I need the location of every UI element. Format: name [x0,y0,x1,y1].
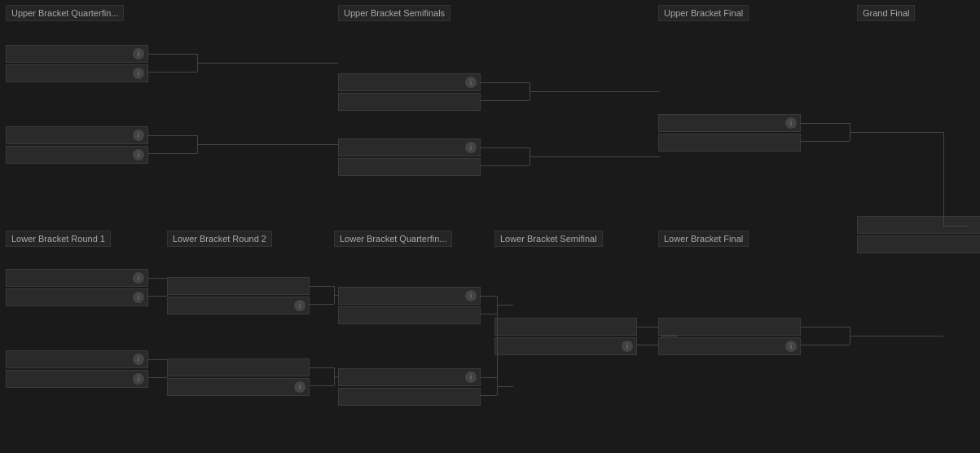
lsf-team1 [494,318,637,336]
info-icon[interactable]: i [133,130,144,141]
gf-team1: i [857,216,980,234]
lsf-team2: i [494,337,637,355]
line20 [850,132,943,133]
lr1-match2: i i [6,350,148,389]
line8 [197,144,338,145]
label-upper-quarterfinal: Upper Bracket Quarterfin... [6,5,124,21]
lr2-match2-team1 [167,358,310,376]
line56 [850,336,943,336]
info-icon[interactable]: i [294,300,305,311]
label-upper-semifinal: Upper Bracket Semifinals [338,5,450,21]
lqf-match1: i [338,287,481,326]
info-icon[interactable]: i [294,381,305,393]
line48 [497,386,513,387]
gf-match: i [857,216,980,255]
line4 [197,63,338,64]
line1 [148,54,197,55]
uq-match1-team1: i [6,45,148,63]
info-icon[interactable]: i [785,117,797,129]
info-icon[interactable]: i [465,142,477,153]
usf-match1-team2 [338,93,481,111]
line53 [801,327,850,328]
line23 [148,278,167,279]
line9 [481,82,530,83]
line42 [497,305,513,306]
uq-match1-team2: i [6,64,148,82]
lf-match: i [658,318,801,357]
lr2-match2: i [167,358,310,398]
line43 [481,377,497,378]
info-icon[interactable]: i [622,341,633,352]
usf-match2-team2 [338,158,481,176]
label-upper-final: Upper Bracket Final [658,5,749,21]
gf-team2 [857,235,980,253]
info-icon[interactable]: i [465,372,477,383]
info-icon[interactable]: i [133,48,144,59]
uf-match1-team2 [658,134,801,152]
info-icon[interactable]: i [465,290,477,301]
label-lower-final: Lower Bracket Final [658,231,749,247]
line47 [497,305,498,386]
line21 [943,132,944,226]
line5 [148,135,197,136]
lqf-match2: i [338,368,481,407]
label-lower-round1: Lower Bracket Round 1 [6,231,111,247]
uq-match2: i i [6,126,148,165]
lr2-match1-team1 [167,277,310,295]
line54 [801,345,850,345]
line13 [481,147,530,148]
lr1-match2-team1: i [6,350,148,368]
line27 [148,359,167,360]
line17 [801,123,850,124]
bracket-container: Upper Bracket Quarterfin... Upper Bracke… [0,0,980,453]
line40 [481,314,497,314]
lr2-match1-team2: i [167,297,310,314]
lqf-match1-team1: i [338,287,481,305]
usf-match1-team1: i [338,73,481,91]
line31 [310,286,334,287]
lsf-match: i [494,318,637,357]
info-icon[interactable]: i [133,68,144,79]
line35 [310,367,334,368]
line44 [481,395,497,396]
lr2-match1: i [167,277,310,316]
line2 [148,72,197,73]
info-icon[interactable]: i [133,373,144,385]
lr1-match2-team2: i [6,370,148,388]
line24 [148,296,167,297]
line36 [310,385,334,386]
lf-team2: i [658,337,801,355]
info-icon[interactable]: i [133,272,144,284]
lr1-match1-team1: i [6,269,148,287]
line32 [310,304,334,305]
line22 [943,226,968,226]
usf-match1: i [338,73,481,112]
lf-team1 [658,318,801,336]
uf-match1: i [658,114,801,153]
info-icon[interactable]: i [133,354,144,365]
lr2-match2-team2: i [167,378,310,396]
line6 [148,153,197,154]
info-icon[interactable]: i [133,292,144,303]
label-grand-final: Grand Final [857,5,915,21]
usf-match2-team1: i [338,139,481,156]
lqf-match1-team2 [338,306,481,324]
line16 [530,156,660,157]
line39 [481,296,497,297]
line28 [148,377,167,378]
label-lower-round2: Lower Bracket Round 2 [167,231,272,247]
lqf-match2-team1: i [338,368,481,386]
info-icon[interactable]: i [133,149,144,161]
lr1-match1: i i [6,269,148,308]
label-lower-semifinal: Lower Bracket Semifinal [494,231,603,247]
lr1-match1-team2: i [6,288,148,306]
uq-match1: i i [6,45,148,84]
info-icon[interactable]: i [785,341,797,352]
line10 [481,100,530,101]
usf-match2: i [338,139,481,178]
line18 [801,141,850,142]
uq-match2-team2: i [6,146,148,164]
info-icon[interactable]: i [465,77,477,88]
lqf-match2-team2 [338,388,481,406]
line12 [530,91,660,92]
